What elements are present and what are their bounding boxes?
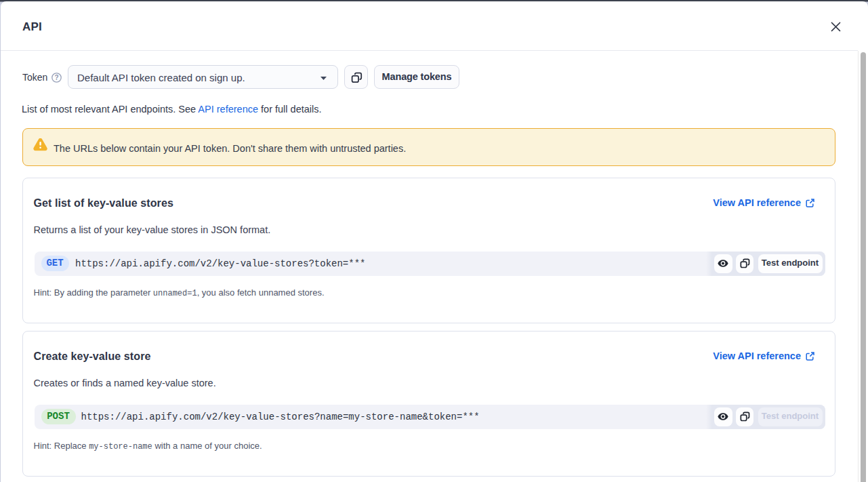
- svg-text:?: ?: [54, 73, 58, 81]
